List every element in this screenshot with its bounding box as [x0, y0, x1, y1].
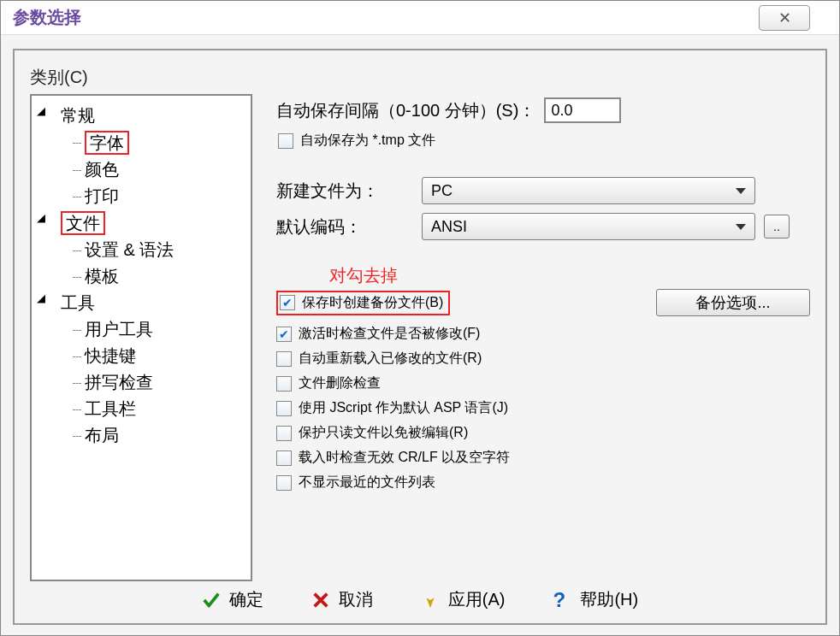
tree-node-spell[interactable]: 拼写检查	[37, 369, 245, 396]
apply-button[interactable]: 应用(A)	[421, 588, 506, 611]
chevron-down-icon	[736, 224, 746, 230]
apply-icon	[421, 591, 440, 610]
checkbox-auto-reload[interactable]	[276, 351, 292, 367]
protect-readonly-label: 保护只读文件以免被编辑(R)	[299, 424, 468, 442]
dialog-title: 参数选择	[13, 6, 81, 29]
tree-node-font[interactable]: 字体	[37, 129, 245, 156]
category-tree[interactable]: ◢ 常规 字体 颜色 打印 ◢ 文件 设置	[30, 94, 252, 581]
highlight-backup-checkbox: ✔ 保存时创建备份文件(B)	[276, 291, 450, 315]
checkbox-autosave-tmp[interactable]	[278, 133, 293, 149]
titlebar: 参数选择 ✕	[1, 1, 839, 35]
close-icon: ✕	[778, 9, 791, 27]
encoding-browse-button[interactable]: ..	[764, 215, 790, 238]
tree-node-general[interactable]: ◢ 常规	[37, 103, 245, 129]
x-icon	[311, 591, 330, 610]
checkbox-file-delete[interactable]	[276, 376, 292, 392]
checkbox-no-recent[interactable]	[276, 475, 292, 491]
no-recent-label: 不显示最近的文件列表	[299, 474, 435, 492]
tree-node-usertools[interactable]: 用户工具	[37, 316, 245, 343]
preferences-dialog: 参数选择 ✕ 类别(C) ◢ 常规 字体 颜色	[0, 0, 840, 636]
checkbox-check-crlf[interactable]	[276, 450, 292, 466]
tree-node-settings[interactable]: 设置 & 语法	[37, 237, 245, 263]
encoding-combo[interactable]: ANSI	[422, 213, 755, 240]
check-icon	[202, 591, 221, 610]
backup-options-button[interactable]: 备份选项...	[656, 289, 810, 316]
create-backup-label: 保存时创建备份文件(B)	[302, 294, 443, 312]
close-button[interactable]: ✕	[759, 5, 810, 31]
client-area: 类别(C) ◢ 常规 字体 颜色 打印	[13, 49, 827, 625]
autosave-label: 自动保存间隔（0-100 分钟）(S)：	[276, 99, 535, 122]
chevron-down-icon	[736, 188, 746, 194]
cancel-button[interactable]: 取消	[311, 588, 373, 611]
checkbox-create-backup[interactable]: ✔	[280, 295, 295, 310]
collapse-icon[interactable]: ◢	[37, 292, 50, 305]
ok-button[interactable]: 确定	[202, 588, 263, 611]
autosave-tmp-label: 自动保存为 *.tmp 文件	[300, 132, 435, 150]
auto-reload-label: 自动重新载入已修改的文件(R)	[299, 350, 482, 368]
checkbox-check-active[interactable]: ✔	[276, 327, 292, 342]
file-delete-label: 文件删除检查	[299, 374, 381, 392]
collapse-icon[interactable]: ◢	[37, 105, 50, 118]
annotation-uncheck: 对勾去掉	[329, 264, 810, 287]
tree-node-file[interactable]: ◢ 文件	[37, 209, 245, 237]
autosave-input[interactable]	[544, 97, 621, 123]
newfile-combo[interactable]: PC	[422, 177, 755, 204]
checkbox-protect-readonly[interactable]	[276, 426, 292, 441]
tree-node-layout[interactable]: 布局	[37, 422, 245, 449]
tree-node-hotkeys[interactable]: 快捷键	[37, 343, 245, 369]
highlight-file: 文件	[61, 211, 105, 235]
tree-node-color[interactable]: 颜色	[37, 156, 245, 183]
tree-node-print[interactable]: 打印	[37, 183, 245, 209]
highlight-font: 字体	[85, 131, 129, 155]
dialog-footer: 确定 取消 应用(A) ? 帮助(H)	[15, 588, 825, 611]
check-active-label: 激活时检查文件是否被修改(F)	[299, 325, 480, 343]
tree-node-toolbar[interactable]: 工具栏	[37, 396, 245, 422]
checkbox-jscript[interactable]	[276, 401, 292, 416]
help-button[interactable]: ? 帮助(H)	[553, 588, 638, 611]
collapse-icon[interactable]: ◢	[37, 212, 50, 225]
newfile-label: 新建文件为：	[276, 180, 413, 203]
encoding-label: 默认编码：	[276, 215, 413, 238]
tree-node-template[interactable]: 模板	[37, 263, 245, 290]
check-crlf-label: 载入时检查无效 CR/LF 以及空字符	[299, 449, 510, 467]
settings-panel: 自动保存间隔（0-100 分钟）(S)： 自动保存为 *.tmp 文件 新建文件…	[276, 94, 810, 581]
tree-node-tool[interactable]: ◢ 工具	[37, 290, 245, 316]
jscript-label: 使用 JScript 作为默认 ASP 语言(J)	[299, 399, 508, 417]
category-label: 类别(C)	[30, 66, 810, 89]
question-icon: ?	[553, 591, 571, 610]
